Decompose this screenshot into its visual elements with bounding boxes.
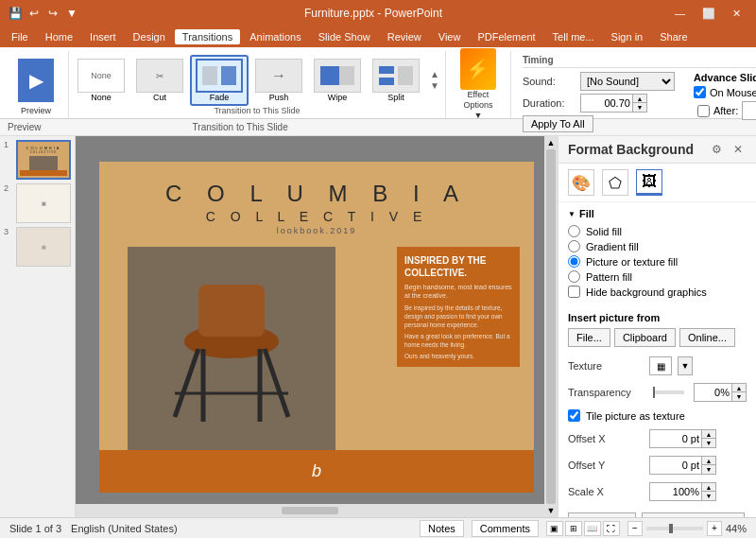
solid-fill-radio[interactable] xyxy=(568,225,580,237)
apply-to-all-footer-button[interactable]: Apply to All xyxy=(568,512,636,517)
chair-svg xyxy=(128,247,335,455)
close-button[interactable]: ✕ xyxy=(725,6,748,22)
menu-pdfelement[interactable]: PDFelement xyxy=(470,29,542,44)
panel-close-button[interactable]: ✕ xyxy=(730,142,747,157)
transparency-input[interactable] xyxy=(694,383,731,402)
hscroll-thumb[interactable] xyxy=(282,507,338,514)
transparency-slider[interactable] xyxy=(653,390,684,394)
preview-icon: ▶ xyxy=(18,59,54,102)
menu-animations[interactable]: Animations xyxy=(242,29,308,44)
customize-icon[interactable]: ▼ xyxy=(64,6,79,21)
tile-checkbox[interactable] xyxy=(568,409,580,422)
offset-y-arrows: ▲ ▼ xyxy=(701,456,716,475)
offset-x-input[interactable] xyxy=(649,429,701,448)
texture-dropdown[interactable]: ▼ xyxy=(678,356,693,375)
vscroll-down-arrow[interactable]: ▼ xyxy=(547,506,556,515)
menu-tell-me[interactable]: Tell me... xyxy=(545,29,602,44)
offset-x-up[interactable]: ▲ xyxy=(702,430,715,439)
slide-canvas[interactable]: C O L U M B I A C O L L E C T I V E look… xyxy=(99,162,534,493)
after-input[interactable] xyxy=(742,101,756,120)
duration-label: Duration: xyxy=(523,97,575,109)
menu-view[interactable]: View xyxy=(431,29,469,44)
menu-insert[interactable]: Insert xyxy=(82,29,124,44)
reset-background-button[interactable]: Reset Background xyxy=(642,512,745,517)
fade-svg xyxy=(200,62,238,89)
on-mouse-click-checkbox[interactable] xyxy=(694,86,706,98)
transition-wipe[interactable]: Wipe xyxy=(309,56,366,105)
panel-icon-paint[interactable]: 🎨 xyxy=(568,169,594,196)
zoom-out-button[interactable]: − xyxy=(627,521,643,536)
picture-fill-radio[interactable] xyxy=(568,255,580,268)
scale-x-up[interactable]: ▲ xyxy=(702,483,715,492)
maximize-button[interactable]: ⬜ xyxy=(695,6,723,22)
after-checkbox[interactable] xyxy=(697,105,710,117)
apply-to-all-button[interactable]: Apply To All xyxy=(523,115,593,132)
transition-split[interactable]: Split xyxy=(368,56,424,105)
zoom-slider[interactable] xyxy=(646,527,703,530)
offset-x-down[interactable]: ▼ xyxy=(702,439,715,447)
menu-file[interactable]: File xyxy=(4,29,36,44)
offset-y-down[interactable]: ▼ xyxy=(702,465,715,474)
save-icon[interactable]: 💾 xyxy=(8,6,23,21)
slide-sorter-button[interactable]: ⊞ xyxy=(565,521,582,536)
menu-signin[interactable]: Sign in xyxy=(604,29,651,44)
effect-options-button[interactable]: ⚡ EffectOptions ▼ xyxy=(454,43,503,125)
inspired-text2: Be inspired by the details of texture, d… xyxy=(404,304,512,329)
slide-preview-1[interactable]: COLUMBIA COLLECTIVE xyxy=(16,140,71,180)
scale-x-down[interactable]: ▼ xyxy=(702,492,715,500)
redo-icon[interactable]: ↪ xyxy=(45,6,60,21)
menu-share[interactable]: Share xyxy=(652,29,695,44)
transition-cut[interactable]: ✂ Cut xyxy=(131,56,188,105)
transparency-down[interactable]: ▼ xyxy=(732,392,746,401)
clipboard-button[interactable]: Clipboard xyxy=(614,328,676,347)
menu-slideshow[interactable]: Slide Show xyxy=(311,29,378,44)
slide-thumb-2[interactable]: 2 ▦ xyxy=(4,183,71,223)
file-button[interactable]: File... xyxy=(568,328,610,347)
online-button[interactable]: Online... xyxy=(679,328,735,347)
menu-transitions[interactable]: Transitions xyxy=(175,29,240,44)
hide-bg-checkbox[interactable] xyxy=(568,286,580,298)
vscroll-thumb[interactable] xyxy=(546,149,556,504)
slide-preview-2[interactable]: ▦ xyxy=(16,183,71,223)
minimize-button[interactable]: — xyxy=(667,6,693,22)
transparency-up[interactable]: ▲ xyxy=(732,384,746,392)
panel-settings-button[interactable]: ⚙ xyxy=(708,142,726,157)
preview-button[interactable]: ▶ xyxy=(11,55,60,106)
panel-icon-image[interactable]: 🖼 xyxy=(636,169,662,196)
panel-icon-shape[interactable]: ⬠ xyxy=(602,169,628,196)
view-buttons: ▣ ⊞ 📖 ⛶ xyxy=(546,521,620,536)
menu-home[interactable]: Home xyxy=(38,29,80,44)
slide-thumb-1[interactable]: 1 COLUMBIA COLLECTIVE xyxy=(4,140,71,180)
slideshow-button[interactable]: ⛶ xyxy=(603,521,620,536)
window-title: Furniture.pptx - PowerPoint xyxy=(79,7,667,20)
scale-x-input[interactable] xyxy=(649,482,701,501)
transition-scroll-up[interactable]: ▲ xyxy=(430,69,439,80)
duration-up[interactable]: ▲ xyxy=(633,95,646,103)
undo-icon[interactable]: ↩ xyxy=(26,6,42,21)
reading-view-button[interactable]: 📖 xyxy=(584,521,601,536)
zoom-in-button[interactable]: + xyxy=(707,521,722,536)
fill-header[interactable]: ▼ Fill xyxy=(568,208,747,219)
format-panel: Format Background ⚙ ✕ 🎨 ⬠ 🖼 ▼ Fill Solid… xyxy=(558,136,756,517)
transition-scroll-down[interactable]: ▼ xyxy=(430,80,439,92)
format-panel-title: Format Background xyxy=(568,142,694,157)
pattern-fill-radio[interactable] xyxy=(568,270,580,283)
offset-y-input[interactable] xyxy=(649,456,701,475)
offset-y-up[interactable]: ▲ xyxy=(702,457,715,465)
transition-push[interactable]: → Push xyxy=(250,56,307,105)
sound-select[interactable]: [No Sound] xyxy=(580,72,675,91)
notes-button[interactable]: Notes xyxy=(420,520,464,537)
duration-input[interactable] xyxy=(580,94,632,113)
comments-button[interactable]: Comments xyxy=(472,520,539,537)
duration-down[interactable]: ▼ xyxy=(633,103,646,112)
menu-design[interactable]: Design xyxy=(126,29,173,44)
gradient-fill-radio[interactable] xyxy=(568,240,580,252)
slide-thumb-3[interactable]: 3 ▦ xyxy=(4,227,71,267)
slide-preview-3[interactable]: ▦ xyxy=(16,227,71,267)
vscroll-up-arrow[interactable]: ▲ xyxy=(547,138,556,148)
texture-button[interactable]: ▦ xyxy=(649,356,672,375)
normal-view-button[interactable]: ▣ xyxy=(546,521,563,536)
menu-review[interactable]: Review xyxy=(380,29,429,44)
transition-fade[interactable]: Fade xyxy=(190,55,249,106)
transition-none[interactable]: None None xyxy=(73,56,129,105)
